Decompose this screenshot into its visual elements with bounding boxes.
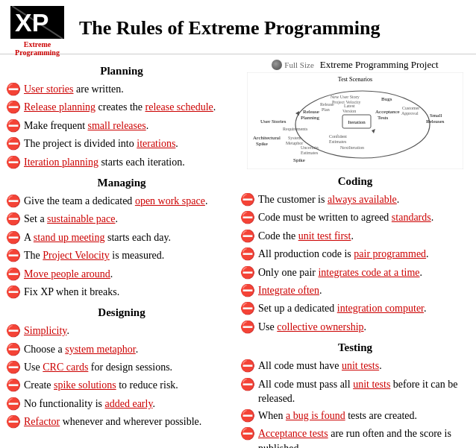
bullet-icon: ⛔ [6, 323, 21, 339]
right-column: Full Size Extreme Programming Project Te… [240, 59, 470, 448]
list-item: ⛔All code must pass all unit tests befor… [240, 377, 470, 406]
unit-test-first-link[interactable]: unit test first [298, 230, 351, 242]
small-releases-link[interactable]: small releases [88, 120, 146, 131]
managing-title: Managing [6, 177, 237, 189]
item-text: Choose a system metaphor. [24, 342, 138, 357]
list-item: ⛔The project is divided into iterations. [6, 136, 237, 152]
list-item: ⛔Acceptance tests are run often and the … [240, 426, 470, 448]
collective-ownership-link[interactable]: collective ownership [277, 321, 363, 332]
bullet-icon: ⛔ [240, 209, 255, 226]
svg-text:Estimates: Estimates [329, 139, 347, 144]
list-item: ⛔Move people around. [6, 267, 237, 283]
testing-title: Testing [240, 341, 470, 354]
item-text: A stand up meeting starts each day. [24, 230, 171, 245]
list-item: ⛔Set up a dedicated integration computer… [240, 301, 470, 317]
list-item: ⛔The customer is always available. [240, 192, 470, 208]
bullet-icon: ⛔ [6, 377, 21, 394]
bug-found-link[interactable]: a bug is found [286, 410, 345, 421]
bullet-icon: ⛔ [6, 118, 21, 134]
item-text: The Project Velocity is measured. [24, 248, 164, 263]
integrate-often-link[interactable]: Integrate often [258, 285, 319, 296]
svg-text:NextIteration: NextIteration [340, 145, 364, 150]
bullet-icon: ⛔ [6, 396, 21, 412]
svg-text:Spike: Spike [256, 141, 268, 147]
full-size-control[interactable]: Full Size [272, 60, 313, 70]
bullet-icon: ⛔ [240, 319, 255, 335]
list-item: ⛔Use CRC cards for design sessions. [6, 360, 237, 376]
svg-text:User Stories: User Stories [260, 119, 286, 124]
item-text: Set a sustainable pace. [24, 212, 118, 227]
bullet-icon: ⛔ [240, 426, 255, 442]
bullet-icon: ⛔ [6, 81, 21, 98]
list-item: ⛔Only one pair integrates code at a time… [240, 265, 470, 281]
item-text: Iteration planning starts each iteration… [24, 155, 185, 170]
standards-link[interactable]: standards [392, 212, 431, 223]
bullet-icon: ⛔ [6, 414, 21, 430]
svg-text:XP: XP [15, 8, 48, 37]
bullet-icon: ⛔ [240, 265, 255, 281]
bullet-icon: ⛔ [6, 99, 21, 116]
open-work-space-link[interactable]: open work space [135, 195, 205, 206]
item-text: The customer is always available. [258, 192, 399, 207]
item-text: No functionality is added early. [24, 397, 155, 411]
release-planning-link[interactable]: Release planning [24, 101, 95, 113]
item-text: Simplicity. [24, 324, 69, 338]
sustainable-pace-link[interactable]: sustainable pace [47, 213, 115, 224]
added-early-link[interactable]: added early [105, 398, 153, 409]
bullet-icon: ⛔ [240, 376, 255, 393]
crc-cards-link[interactable]: CRC cards [43, 362, 88, 373]
list-item: ⛔Refactor whenever and wherever possible… [6, 414, 237, 430]
iteration-planning-link[interactable]: Iteration planning [24, 157, 98, 168]
unit-tests-link1[interactable]: unit tests [342, 360, 379, 371]
iterations-link[interactable]: iterations [137, 138, 175, 149]
bullet-icon: ⛔ [6, 154, 21, 171]
svg-text:Plan: Plan [322, 107, 330, 112]
item-text: Only one pair integrates code at a time. [258, 265, 422, 280]
item-text: Make frequent small releases. [24, 119, 148, 133]
bullet-icon: ⛔ [6, 136, 21, 152]
bullet-icon: ⛔ [6, 284, 21, 300]
svg-text:System: System [288, 136, 301, 140]
item-text: Set up a dedicated integration computer. [258, 301, 427, 316]
svg-text:Planning: Planning [301, 115, 319, 121]
item-text: Fix XP when it breaks. [24, 285, 119, 300]
item-text: Code the unit test first. [258, 229, 354, 244]
svg-text:Bugs: Bugs [381, 96, 392, 102]
list-item: ⛔Set a sustainable pace. [6, 212, 237, 227]
pair-programmed-link[interactable]: pair programmed [354, 248, 426, 259]
bullet-icon: ⛔ [240, 192, 255, 208]
simplicity-link[interactable]: Simplicity [24, 325, 66, 336]
item-text: Use CRC cards for design sessions. [24, 360, 172, 375]
svg-text:Approval: Approval [401, 111, 419, 116]
planning-title: Planning [6, 65, 237, 78]
system-metaphor-link[interactable]: system metaphor [65, 344, 136, 355]
bullet-icon: ⛔ [240, 283, 255, 299]
list-item: ⛔Code the unit test first. [240, 229, 470, 244]
list-item: ⛔Create spike solutions to reduce risk. [6, 378, 237, 394]
project-velocity-link[interactable]: Project Velocity [43, 250, 110, 261]
always-available-link[interactable]: always available [328, 194, 397, 205]
move-people-around-link[interactable]: Move people around [24, 268, 110, 280]
bullet-icon: ⛔ [6, 359, 21, 376]
user-stories-link[interactable]: User stories [24, 83, 74, 95]
spike-solutions-link[interactable]: spike solutions [54, 379, 116, 391]
release-schedule-link[interactable]: release schedule [145, 101, 213, 113]
svg-text:Latest: Latest [344, 104, 355, 108]
full-size-label: Full Size [284, 60, 313, 69]
unit-tests-link2[interactable]: unit tests [353, 379, 390, 390]
list-item: ⛔When a bug is found tests are created. [240, 408, 470, 424]
list-item: ⛔Use collective ownership. [240, 320, 470, 335]
refactor-link[interactable]: Refactor [24, 416, 60, 427]
svg-text:Customer: Customer [402, 106, 419, 110]
diagram-title: Extreme Programming Project [320, 59, 439, 71]
item-text: Create spike solutions to reduce risk. [24, 378, 178, 393]
svg-text:Iteration: Iteration [348, 119, 366, 125]
integration-computer-link[interactable]: integration computer [337, 303, 424, 314]
integrates-code-link[interactable]: integrates code at a time [318, 267, 419, 278]
item-text: Release planning creates the release sch… [24, 100, 216, 115]
designing-title: Designing [6, 306, 237, 319]
stand-up-meeting-link[interactable]: stand up meeting [34, 232, 105, 243]
list-item: ⛔All production code is pair programmed. [240, 247, 470, 262]
acceptance-tests-link[interactable]: Acceptance tests [258, 428, 328, 439]
page-title: The Rules of Extreme Programming [79, 17, 380, 40]
